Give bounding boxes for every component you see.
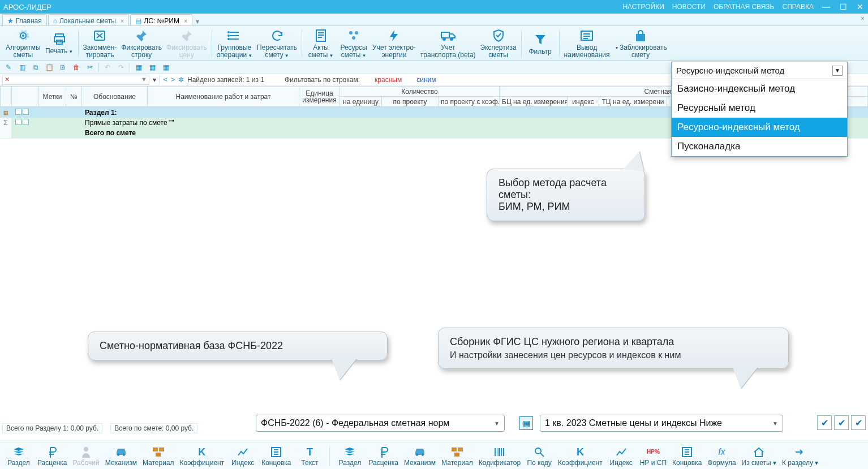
filter-blue[interactable]: синим <box>416 76 436 84</box>
method-selected[interactable]: Ресурсно-индексный метод ▼ <box>672 62 847 79</box>
menu-feedback[interactable]: ОБРАТНАЯ СВЯЗЬ <box>714 3 775 11</box>
btn-index[interactable]: Индекс <box>227 446 258 466</box>
prices-select[interactable]: 1 кв. 2023 Сметные цены и индексы Ниже ▼ <box>540 415 783 432</box>
btn-material[interactable]: Материал <box>140 446 177 466</box>
btn-ending2[interactable]: Концовка <box>670 446 704 466</box>
checkbox[interactable] <box>23 109 29 115</box>
ribbon-groupops[interactable]: Групповые операции▼ <box>214 28 255 59</box>
col-cost3[interactable]: ТЦ на ед. измерени <box>599 97 667 107</box>
ribbon-algorithms[interactable]: Алгоритмы сметы <box>3 28 43 59</box>
ribbon-recalc[interactable]: Пересчитать смету▼ <box>255 28 299 59</box>
ribbon-filter[interactable]: Фильтр <box>524 28 557 59</box>
ribbon-acts[interactable]: Акты сметы▼ <box>304 28 337 59</box>
col-qty3[interactable]: по проекту с коэф. <box>439 97 500 107</box>
menu-settings[interactable]: НАСТРОЙКИ <box>622 3 664 11</box>
col-cost2[interactable]: индекс <box>568 97 599 107</box>
ribbon-expertise[interactable]: Экспертиза сметы <box>478 28 519 59</box>
checkbox[interactable] <box>23 119 29 125</box>
col-cost1[interactable]: БЦ на ед. измерения <box>500 97 568 107</box>
close-icon[interactable]: ✕ <box>856 2 865 11</box>
btn-rate2[interactable]: Расценка <box>366 446 401 466</box>
undo-icon[interactable]: ↶ <box>102 62 113 72</box>
btn-text[interactable]: TТекст <box>294 446 325 466</box>
menu-news[interactable]: НОВОСТИ <box>672 3 706 11</box>
prev-icon[interactable]: < <box>164 76 167 84</box>
col-marks[interactable]: Метки <box>39 87 66 107</box>
method-option-bim[interactable]: Базисно-индексный метод <box>672 79 847 98</box>
funnel-small-icon[interactable]: ▼ <box>141 76 147 83</box>
copy-icon[interactable]: ⧉ <box>31 62 41 72</box>
btn-coef[interactable]: KКоэффициент <box>178 446 227 466</box>
delete-icon[interactable]: 🗑 <box>71 62 81 72</box>
method-option-rim[interactable]: Ресурсно-индексный метод <box>672 118 847 137</box>
btn-fromsmeta[interactable]: Из сметы ▾ <box>740 446 779 466</box>
btn-ending[interactable]: Концовка <box>259 446 293 466</box>
redo-icon[interactable]: ↷ <box>116 62 126 72</box>
grid1-icon[interactable]: ▦ <box>134 62 144 72</box>
tabs-close-all[interactable]: × <box>861 15 865 23</box>
book-icon[interactable]: ▥ <box>17 62 27 72</box>
btn-section2[interactable]: Раздел <box>334 446 365 466</box>
ribbon-fixrow[interactable]: Фиксировать строку <box>119 28 164 59</box>
down-icon[interactable]: ▾ <box>153 76 156 84</box>
expand-icon[interactable]: ⊟ <box>0 107 11 118</box>
edit-icon[interactable]: ✎ <box>3 62 14 72</box>
ribbon-comment[interactable]: Закоммен- тировать <box>81 28 119 59</box>
ribbon-transport[interactable]: Учет транспорта (beta) <box>418 28 478 59</box>
tab-local[interactable]: ⌂ Локальные сметы × <box>48 14 130 25</box>
btn-index2[interactable]: Индекс <box>606 446 637 466</box>
tab-local-close[interactable]: × <box>121 18 124 24</box>
col-qty2[interactable]: по проекту <box>382 97 439 107</box>
tab-main[interactable]: ★ Главная <box>2 14 47 25</box>
btn-nrsp[interactable]: НР%НР и СП <box>638 446 669 466</box>
btn-codifier[interactable]: Кодификатор <box>476 446 523 466</box>
col-name[interactable]: Наименование работ и затрат <box>148 87 299 107</box>
ribbon-resources[interactable]: Ресурсы сметы▼ <box>337 28 370 59</box>
clear-search-icon[interactable]: ✕ <box>5 76 10 83</box>
check1[interactable]: ✔ <box>817 415 832 430</box>
check3[interactable]: ✔ <box>851 415 866 430</box>
base-select[interactable]: ФСНБ-2022 (6) - Федеральная сметная норм… <box>256 415 505 432</box>
col-unit[interactable]: Единица измерения <box>299 87 340 107</box>
search-input[interactable]: ✕ ▼ <box>2 75 149 85</box>
scissors-icon[interactable]: ✂ <box>85 62 95 72</box>
col-qty[interactable]: Количество <box>340 87 500 97</box>
grid-toggle-icon[interactable]: ▦ <box>519 416 533 430</box>
col-justif[interactable]: Обоснование <box>82 87 148 107</box>
method-option-pn[interactable]: Пусконаладка <box>672 137 847 156</box>
method-option-rm[interactable]: Ресурсный метод <box>672 98 847 118</box>
maximize-icon[interactable]: ☐ <box>839 2 848 11</box>
ribbon-electro[interactable]: Учет электро- энергии <box>370 28 418 59</box>
ribbon-nameout[interactable]: Вывод наименования <box>562 28 612 59</box>
check2[interactable]: ✔ <box>834 415 849 430</box>
ribbon-print[interactable]: Печать▼ <box>43 28 76 59</box>
col-no[interactable]: № <box>66 87 82 107</box>
grid3-icon[interactable]: ▦ <box>161 62 171 72</box>
btn-rate[interactable]: Расценка <box>35 446 70 466</box>
btn-formula[interactable]: fxФормула <box>705 446 738 466</box>
checkbox[interactable] <box>15 109 22 115</box>
btn-section[interactable]: Раздел <box>3 446 34 466</box>
doc-icon[interactable]: 🗎 <box>58 62 68 72</box>
btn-bycode[interactable]: По коду <box>524 446 555 466</box>
btn-tosection[interactable]: К разделу ▾ <box>780 446 820 466</box>
grid2-icon[interactable]: ▦ <box>147 62 157 72</box>
tab-ls-close[interactable]: × <box>184 18 187 24</box>
filter-red[interactable]: красным <box>375 76 402 84</box>
tabs-overflow[interactable]: ▾ <box>196 18 199 25</box>
col-qty1[interactable]: на единицу <box>340 97 382 107</box>
btn-material2[interactable]: Материал <box>439 446 475 466</box>
gear-small-icon[interactable]: ✲ <box>178 76 184 84</box>
paste-icon[interactable]: 📋 <box>44 62 54 72</box>
chevron-down-icon[interactable]: ▼ <box>832 66 843 76</box>
btn-mechanism2[interactable]: Механизм <box>402 446 438 466</box>
minimize-icon[interactable]: — <box>822 2 831 11</box>
menu-help[interactable]: СПРАВКА <box>783 3 814 11</box>
tab-ls-rim[interactable]: ▤ ЛС: №РИМ × <box>130 14 192 25</box>
btn-mechanism[interactable]: Механизм <box>103 446 139 466</box>
method-dropdown[interactable]: Ресурсно-индексный метод ▼ Базисно-индек… <box>671 62 848 157</box>
btn-coef2[interactable]: KКоэффициент <box>556 446 605 466</box>
checkbox[interactable] <box>15 119 22 125</box>
ribbon-lock[interactable]: ▾ Заблокировать смету <box>612 28 669 59</box>
next-icon[interactable]: > <box>171 76 175 84</box>
